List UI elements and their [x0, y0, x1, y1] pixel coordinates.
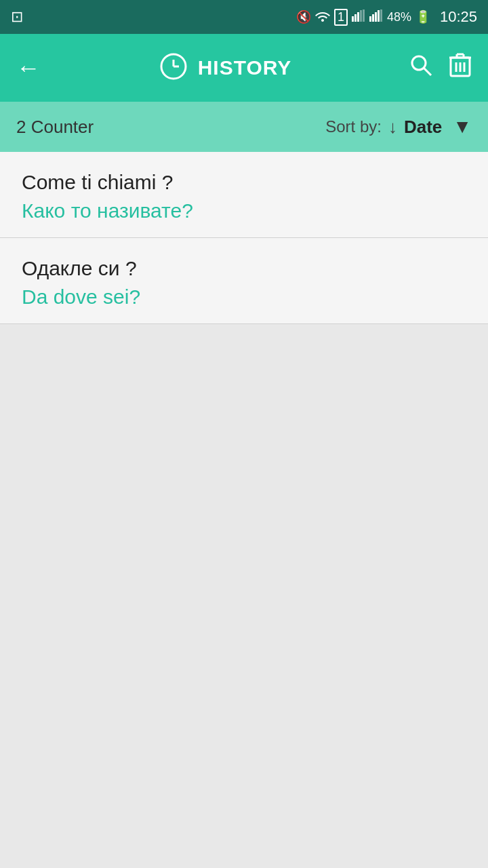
history-item-1[interactable]: Come ti chiami ? Како то називате? [0, 152, 488, 238]
svg-rect-5 [369, 16, 371, 22]
sort-dropdown-icon[interactable]: ▼ [453, 116, 472, 138]
sort-direction-icon: ↓ [388, 117, 397, 138]
toolbar-right [409, 52, 472, 83]
toolbar-title: HISTORY [198, 56, 292, 79]
delete-button[interactable] [449, 52, 472, 83]
back-button[interactable]: ← [16, 54, 41, 82]
battery-text: 48% [387, 10, 411, 24]
sort-bar: 2 Counter Sort by: ↓ Date ▼ [0, 102, 488, 152]
sort-value: Date [404, 117, 442, 138]
svg-rect-9 [380, 9, 382, 22]
svg-rect-2 [357, 12, 359, 22]
search-button[interactable] [409, 54, 432, 82]
sort-controls[interactable]: Sort by: ↓ Date ▼ [325, 116, 472, 138]
sim-icon: 1 [334, 9, 348, 26]
empty-content-area [0, 324, 488, 868]
signal1-icon [352, 9, 365, 25]
time-display: 10:25 [440, 8, 477, 26]
toolbar: ← HISTORY [0, 34, 488, 102]
wifi-icon [315, 9, 330, 25]
toolbar-left: ← [16, 54, 41, 82]
history-item-2-translation: Da dove sei? [22, 285, 466, 309]
signal2-icon [369, 9, 383, 25]
history-item-2-source: Одакле си ? [22, 257, 466, 280]
mute-icon: 🔇 [296, 9, 311, 24]
svg-rect-1 [354, 14, 357, 22]
counter-text: 2 Counter [16, 117, 94, 138]
photo-icon: ⊡ [11, 8, 23, 26]
status-left: ⊡ [11, 8, 23, 26]
svg-line-14 [424, 68, 431, 75]
svg-rect-0 [352, 16, 354, 22]
svg-rect-4 [363, 9, 365, 22]
history-item-2[interactable]: Одакле си ? Da dove sei? [0, 238, 488, 324]
history-item-1-translation: Како то називате? [22, 199, 466, 222]
status-bar: ⊡ 🔇 1 [0, 0, 488, 34]
svg-rect-3 [360, 10, 362, 22]
history-item-1-source: Come ti chiami ? [22, 171, 466, 194]
history-clock-icon [159, 52, 188, 84]
sort-by-label: Sort by: [325, 117, 382, 136]
svg-rect-8 [378, 10, 380, 22]
toolbar-center: HISTORY [41, 52, 409, 84]
status-right: 🔇 1 [296, 8, 477, 26]
history-list: Come ti chiami ? Како то називате? Одакл… [0, 152, 488, 324]
battery-icon: 🔋 [415, 9, 430, 24]
svg-rect-6 [372, 14, 374, 22]
svg-rect-7 [375, 12, 377, 22]
